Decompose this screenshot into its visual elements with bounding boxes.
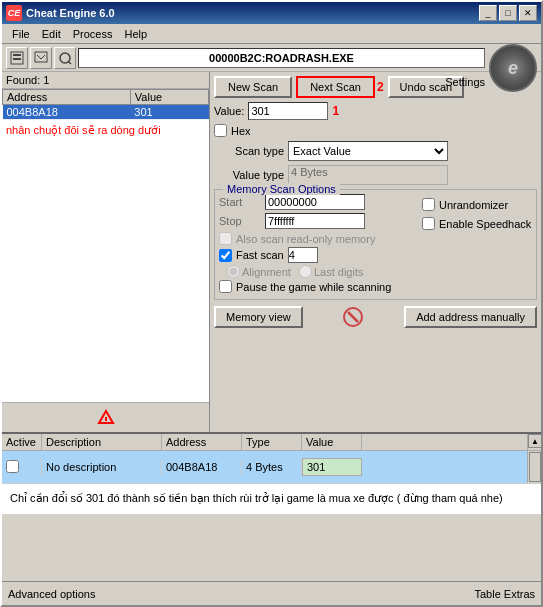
svg-rect-3 [35,52,47,62]
menu-process[interactable]: Process [67,27,119,41]
bottom-list-header: Active Description Address Type Value ▲ [2,434,541,451]
row-active-checkbox[interactable] [6,460,19,473]
scan-type-label: Scan type [214,145,284,157]
speedhack-checkbox[interactable] [422,217,435,230]
hex-row: Hex [214,124,537,137]
row-address: 004B8A18 [3,105,131,120]
value-type-display: 4 Bytes [288,165,448,185]
hex-checkbox[interactable] [214,124,227,137]
found-label: Found: 1 [2,72,209,89]
scan-type-select[interactable]: Exact Value Bigger than... Smaller than.… [288,141,448,161]
title-bar-buttons: _ □ ✕ [479,5,537,21]
svg-line-5 [69,61,72,64]
value-row: Value: 1 [214,102,537,120]
footer-right[interactable]: Table Extras [474,588,535,600]
memory-view-button[interactable]: Memory view [214,306,303,328]
address-table: Address Value 004B8A18 301 [2,89,209,120]
list-item[interactable]: No description 004B8A18 4 Bytes 301 [2,451,541,484]
close-button[interactable]: ✕ [519,5,537,21]
value-badge: 1 [332,104,339,118]
menu-file[interactable]: File [6,27,36,41]
start-row: Start [219,194,414,210]
last-digits-radio [299,265,312,278]
settings-label: Settings [445,76,485,88]
scan-type-row: Scan type Exact Value Bigger than... Sma… [214,141,537,161]
start-input[interactable] [265,194,365,210]
toolbar: 00000B2C:ROADRASH.EXE [2,44,541,72]
active-cell [2,458,42,477]
col-address: Address [3,90,131,105]
right-checkboxes: Unrandomizer Enable Speedhack [422,194,532,295]
right-panel: New Scan Next Scan 2 Undo scan Settings … [210,72,541,432]
bottom-action-row: Memory view Add address manually [214,304,537,330]
table-row[interactable]: 004B8A18 301 [3,105,209,120]
fast-scan-row: Fast scan [219,247,414,263]
col-address: Address [162,434,242,450]
value-type-label: Value type [214,169,284,181]
memory-scan-box: Memory Scan Options Start Stop [214,189,537,300]
pause-row: Pause the game while scanning [219,280,414,293]
scrollbar-up[interactable]: ▲ [528,434,542,448]
address-bar: 00000B2C:ROADRASH.EXE [78,48,485,68]
last-digits-label: Last digits [314,266,364,278]
unrandomizer-row: Unrandomizer [422,198,532,211]
also-scan-label: Also scan read-only memory [236,233,375,245]
toolbar-btn-3[interactable] [54,47,76,69]
speedhack-row: Enable Speedhack [422,217,532,230]
menu-edit[interactable]: Edit [36,27,67,41]
fast-scan-checkbox[interactable] [219,249,232,262]
value-label: Value: [214,105,244,117]
svg-rect-1 [13,54,21,56]
value-type-row: Value type 4 Bytes [214,165,537,185]
stop-input[interactable] [265,213,365,229]
stop-row: Stop [219,213,414,229]
maximize-button[interactable]: □ [499,5,517,21]
unrandomizer-label: Unrandomizer [439,199,508,211]
pause-label: Pause the game while scanning [236,281,391,293]
title-bar-text: Cheat Engine 6.0 [26,7,115,19]
bottom-section: Active Description Address Type Value ▲ … [2,432,541,514]
next-scan-badge: 2 [377,80,384,94]
unrandomizer-checkbox[interactable] [422,198,435,211]
fast-scan-input[interactable] [288,247,318,263]
col-active: Active [2,434,42,450]
next-scan-button[interactable]: Next Scan [296,76,375,98]
fast-scan-label: Fast scan [236,249,284,261]
footer-left[interactable]: Advanced options [8,588,95,600]
menu-bar: File Edit Process Help [2,24,541,44]
menu-help[interactable]: Help [118,27,153,41]
toolbar-btn-2[interactable] [30,47,52,69]
stop-icon-btn[interactable] [340,304,366,330]
speedhack-label: Enable Speedhack [439,218,531,230]
panel-container: Found: 1 Address Value 004B8A18 301 nhân… [2,72,541,432]
stop-label: Stop [219,215,259,227]
left-panel-hint: nhân chuột đôi sẽ ra dòng dưới [2,120,209,141]
arrow-icon[interactable] [95,407,117,429]
col-value: Value [302,434,362,450]
pause-checkbox[interactable] [219,280,232,293]
col-value: Value [130,90,208,105]
memory-scan-title: Memory Scan Options [223,183,340,195]
description-cell: No description [42,459,162,475]
minimize-button[interactable]: _ [479,5,497,21]
left-panel: Found: 1 Address Value 004B8A18 301 nhân… [2,72,210,432]
address-cell: 004B8A18 [162,459,242,475]
new-scan-button[interactable]: New Scan [214,76,292,98]
scan-buttons-row: New Scan Next Scan 2 Undo scan [214,76,537,98]
scrollbar-thumb[interactable] [529,452,541,482]
alignment-label: Alignment [242,266,291,278]
col-type: Type [242,434,302,450]
svg-point-8 [105,422,107,424]
app-icon: CE [6,5,22,21]
add-address-button[interactable]: Add address manually [404,306,537,328]
left-panel-bottom [2,402,209,432]
alignment-radio [227,265,240,278]
value-cell[interactable]: 301 [302,458,362,476]
toolbar-btn-1[interactable] [6,47,28,69]
value-input[interactable] [248,102,328,120]
col-description: Description [42,434,162,450]
svg-rect-2 [13,58,21,60]
hex-label: Hex [231,125,251,137]
ce-logo: e [489,44,537,92]
row-value: 301 [130,105,208,120]
